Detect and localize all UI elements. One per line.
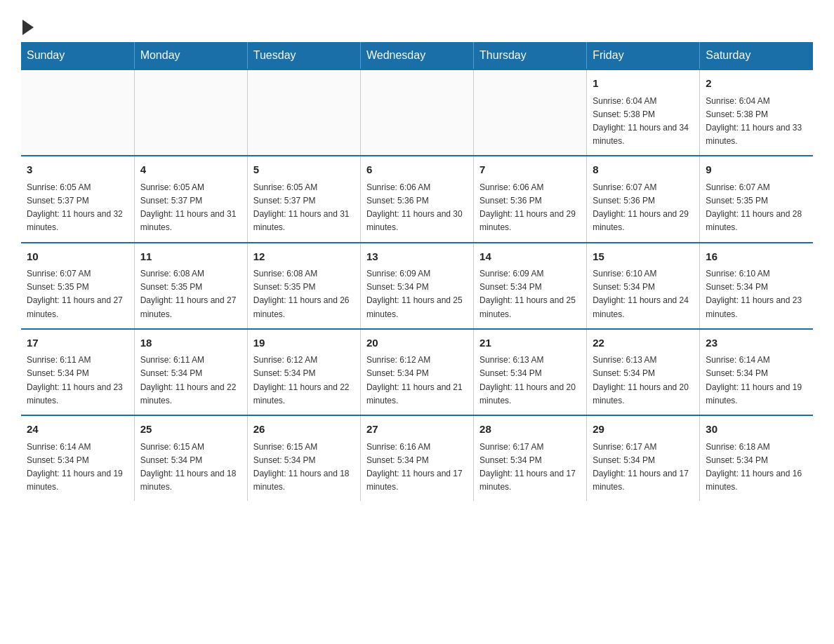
weekday-header-sunday: Sunday [21,42,134,69]
day-info: Sunrise: 6:15 AMSunset: 5:34 PMDaylight:… [253,441,355,495]
logo [21,14,34,35]
day-info: Sunrise: 6:13 AMSunset: 5:34 PMDaylight:… [479,354,581,408]
calendar-cell [134,69,247,156]
day-number: 11 [140,249,241,265]
day-number: 16 [706,249,807,265]
calendar-cell: 8Sunrise: 6:07 AMSunset: 5:36 PMDaylight… [587,156,700,242]
day-info: Sunrise: 6:13 AMSunset: 5:34 PMDaylight:… [593,354,694,408]
calendar-cell: 23Sunrise: 6:14 AMSunset: 5:34 PMDayligh… [700,329,813,415]
weekday-header-wednesday: Wednesday [360,42,473,69]
calendar-cell: 19Sunrise: 6:12 AMSunset: 5:34 PMDayligh… [247,329,360,415]
calendar-cell: 9Sunrise: 6:07 AMSunset: 5:35 PMDaylight… [700,156,813,242]
day-number: 22 [593,335,694,351]
day-number: 23 [706,335,807,351]
calendar-cell: 26Sunrise: 6:15 AMSunset: 5:34 PMDayligh… [247,415,360,501]
day-info: Sunrise: 6:07 AMSunset: 5:36 PMDaylight:… [593,181,694,235]
day-number: 27 [366,422,468,438]
day-info: Sunrise: 6:11 AMSunset: 5:34 PMDaylight:… [140,354,241,408]
day-number: 20 [366,335,468,351]
calendar-cell: 1Sunrise: 6:04 AMSunset: 5:38 PMDaylight… [587,69,700,156]
calendar-cell: 4Sunrise: 6:05 AMSunset: 5:37 PMDaylight… [134,156,247,242]
day-info: Sunrise: 6:11 AMSunset: 5:34 PMDaylight:… [27,354,128,408]
day-number: 3 [27,162,128,178]
calendar-cell: 29Sunrise: 6:17 AMSunset: 5:34 PMDayligh… [587,415,700,501]
calendar-cell: 5Sunrise: 6:05 AMSunset: 5:37 PMDaylight… [247,156,360,242]
day-number: 9 [706,162,807,178]
day-info: Sunrise: 6:09 AMSunset: 5:34 PMDaylight:… [366,267,468,321]
calendar-cell: 13Sunrise: 6:09 AMSunset: 5:34 PMDayligh… [360,243,473,329]
day-number: 25 [140,422,241,438]
calendar-cell: 25Sunrise: 6:15 AMSunset: 5:34 PMDayligh… [134,415,247,501]
day-number: 6 [366,162,468,178]
calendar-cell: 6Sunrise: 6:06 AMSunset: 5:36 PMDaylight… [360,156,473,242]
day-number: 17 [27,335,128,351]
calendar-table: SundayMondayTuesdayWednesdayThursdayFrid… [21,42,813,501]
day-number: 19 [253,335,355,351]
calendar-week-5: 24Sunrise: 6:14 AMSunset: 5:34 PMDayligh… [21,415,813,501]
calendar-header-row: SundayMondayTuesdayWednesdayThursdayFrid… [21,42,813,69]
calendar-week-3: 10Sunrise: 6:07 AMSunset: 5:35 PMDayligh… [21,243,813,329]
day-info: Sunrise: 6:14 AMSunset: 5:34 PMDaylight:… [706,354,807,408]
day-number: 10 [27,249,128,265]
day-number: 13 [366,249,468,265]
day-number: 5 [253,162,355,178]
day-number: 29 [593,422,694,438]
calendar-cell: 27Sunrise: 6:16 AMSunset: 5:34 PMDayligh… [360,415,473,501]
day-info: Sunrise: 6:17 AMSunset: 5:34 PMDaylight:… [479,441,581,495]
calendar-cell [247,69,360,156]
day-number: 8 [593,162,694,178]
day-info: Sunrise: 6:06 AMSunset: 5:36 PMDaylight:… [366,181,468,235]
day-info: Sunrise: 6:05 AMSunset: 5:37 PMDaylight:… [253,181,355,235]
day-info: Sunrise: 6:09 AMSunset: 5:34 PMDaylight:… [479,267,581,321]
calendar-cell [360,69,473,156]
day-info: Sunrise: 6:12 AMSunset: 5:34 PMDaylight:… [253,354,355,408]
calendar-cell: 30Sunrise: 6:18 AMSunset: 5:34 PMDayligh… [700,415,813,501]
day-info: Sunrise: 6:10 AMSunset: 5:34 PMDaylight:… [593,267,694,321]
day-number: 24 [27,422,128,438]
calendar-cell: 18Sunrise: 6:11 AMSunset: 5:34 PMDayligh… [134,329,247,415]
weekday-header-thursday: Thursday [474,42,587,69]
day-info: Sunrise: 6:16 AMSunset: 5:34 PMDaylight:… [366,441,468,495]
calendar-cell: 22Sunrise: 6:13 AMSunset: 5:34 PMDayligh… [587,329,700,415]
day-info: Sunrise: 6:17 AMSunset: 5:34 PMDaylight:… [593,441,694,495]
calendar-cell: 21Sunrise: 6:13 AMSunset: 5:34 PMDayligh… [474,329,587,415]
day-number: 15 [593,249,694,265]
day-info: Sunrise: 6:05 AMSunset: 5:37 PMDaylight:… [140,181,241,235]
day-info: Sunrise: 6:08 AMSunset: 5:35 PMDaylight:… [253,267,355,321]
calendar-cell [21,69,134,156]
day-number: 21 [479,335,581,351]
calendar-cell: 14Sunrise: 6:09 AMSunset: 5:34 PMDayligh… [474,243,587,329]
calendar-week-2: 3Sunrise: 6:05 AMSunset: 5:37 PMDaylight… [21,156,813,242]
day-number: 18 [140,335,241,351]
day-info: Sunrise: 6:15 AMSunset: 5:34 PMDaylight:… [140,441,241,495]
calendar-cell: 15Sunrise: 6:10 AMSunset: 5:34 PMDayligh… [587,243,700,329]
day-info: Sunrise: 6:04 AMSunset: 5:38 PMDaylight:… [706,95,807,149]
day-info: Sunrise: 6:12 AMSunset: 5:34 PMDaylight:… [366,354,468,408]
day-info: Sunrise: 6:06 AMSunset: 5:36 PMDaylight:… [479,181,581,235]
calendar-cell: 10Sunrise: 6:07 AMSunset: 5:35 PMDayligh… [21,243,134,329]
day-info: Sunrise: 6:10 AMSunset: 5:34 PMDaylight:… [706,267,807,321]
day-info: Sunrise: 6:07 AMSunset: 5:35 PMDaylight:… [706,181,807,235]
day-number: 4 [140,162,241,178]
day-info: Sunrise: 6:14 AMSunset: 5:34 PMDaylight:… [27,441,128,495]
day-number: 1 [593,76,694,92]
day-info: Sunrise: 6:05 AMSunset: 5:37 PMDaylight:… [27,181,128,235]
calendar-week-4: 17Sunrise: 6:11 AMSunset: 5:34 PMDayligh… [21,329,813,415]
weekday-header-friday: Friday [587,42,700,69]
calendar-cell: 2Sunrise: 6:04 AMSunset: 5:38 PMDaylight… [700,69,813,156]
day-info: Sunrise: 6:07 AMSunset: 5:35 PMDaylight:… [27,267,128,321]
day-number: 30 [706,422,807,438]
day-number: 26 [253,422,355,438]
day-info: Sunrise: 6:04 AMSunset: 5:38 PMDaylight:… [593,95,694,149]
calendar-cell: 17Sunrise: 6:11 AMSunset: 5:34 PMDayligh… [21,329,134,415]
page-header [21,14,813,35]
calendar-cell [474,69,587,156]
calendar-cell: 28Sunrise: 6:17 AMSunset: 5:34 PMDayligh… [474,415,587,501]
weekday-header-tuesday: Tuesday [247,42,360,69]
day-number: 14 [479,249,581,265]
day-number: 7 [479,162,581,178]
calendar-cell: 7Sunrise: 6:06 AMSunset: 5:36 PMDaylight… [474,156,587,242]
day-info: Sunrise: 6:08 AMSunset: 5:35 PMDaylight:… [140,267,241,321]
weekday-header-saturday: Saturday [700,42,813,69]
calendar-cell: 11Sunrise: 6:08 AMSunset: 5:35 PMDayligh… [134,243,247,329]
